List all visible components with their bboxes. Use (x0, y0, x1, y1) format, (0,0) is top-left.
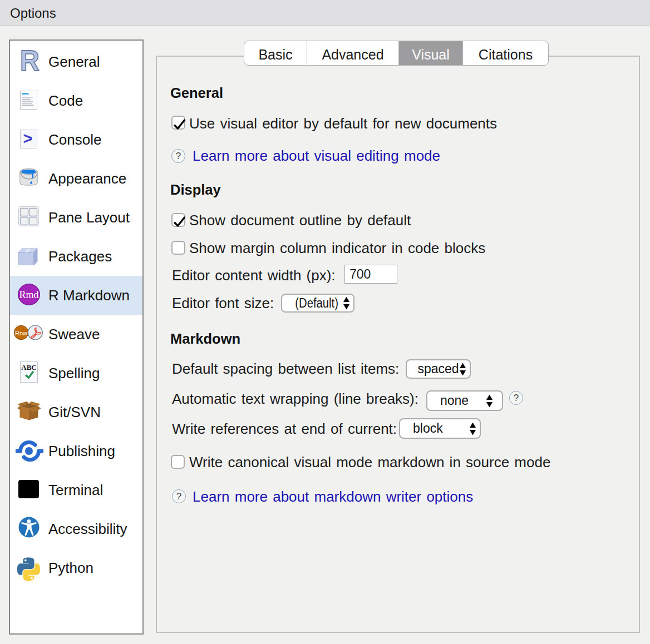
svg-text:>: > (23, 130, 33, 147)
svg-text:Rnw: Rnw (15, 330, 27, 336)
svg-text:R: R (20, 45, 40, 77)
svg-text:Rmd: Rmd (19, 289, 38, 300)
svg-text:ABC: ABC (21, 363, 36, 371)
